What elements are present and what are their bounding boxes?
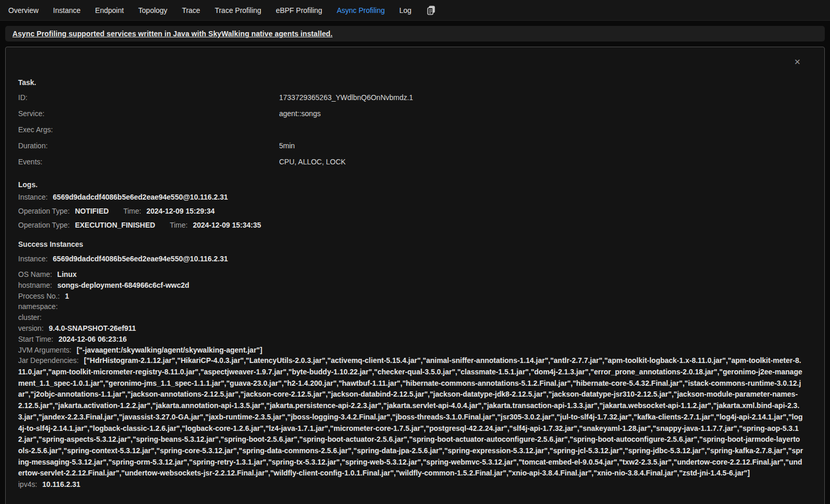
task-row-service: Service: agent::songs	[18, 108, 804, 119]
notice-bar: Async Profiling supported services writt…	[5, 26, 825, 41]
success-instance-label: Instance:	[18, 255, 48, 263]
attr-label: ipv4s:	[18, 480, 37, 488]
attr-process-no: Process No.:1	[18, 291, 804, 302]
task-row-duration: Duration: 5min	[18, 141, 804, 151]
top-navbar: Overview Instance Endpoint Topology Trac…	[0, 0, 830, 21]
attr-label: JVM Arguments:	[18, 346, 72, 354]
tab-endpoint[interactable]: Endpoint	[95, 6, 123, 15]
task-row-exec-args: Exec Args:	[18, 124, 804, 135]
logs-instance-line: Instance:6569d9dadcdf4086b5e6ed2eae94e55…	[18, 192, 804, 203]
task-row-id: ID: 1733729365263_YWdlbnQ6OnNvbmdz.1	[18, 92, 804, 103]
attr-label: Start Time:	[18, 335, 53, 343]
task-events-value: CPU, ALLOC, LOCK	[279, 157, 345, 167]
attr-version: version:9.4.0-SNAPSHOT-26ef911	[18, 323, 804, 334]
time-label: Time:	[123, 207, 141, 215]
operation-type-label: Operation Type:	[18, 207, 70, 215]
attr-jar-dependencies: Jar Dependencies:["HdrHistogram-2.1.12.j…	[18, 355, 804, 479]
task-duration-value: 5min	[279, 141, 295, 151]
task-detail-panel: × Task. ID: 1733729365263_YWdlbnQ6OnNvbm…	[5, 47, 825, 504]
success-instances-title: Success Instances	[18, 240, 804, 248]
attr-label: namespace:	[18, 302, 58, 311]
attr-label: hostname:	[18, 281, 52, 289]
attr-label: Jar Dependencies:	[18, 356, 79, 365]
task-service-value: agent::songs	[279, 108, 321, 119]
tab-trace-profiling[interactable]: Trace Profiling	[215, 6, 261, 15]
attr-value: 9.4.0-SNAPSHOT-26ef911	[49, 324, 136, 332]
attr-ipv4s: ipv4s:10.116.2.31	[18, 479, 804, 490]
task-duration-label: Duration:	[18, 141, 279, 151]
attr-jvm-arguments: JVM Arguments:["-javaagent:/skywalking/a…	[18, 345, 804, 356]
copy-icon[interactable]	[427, 6, 435, 15]
attr-value: ["-javaagent:/skywalking/agent/skywalkin…	[77, 346, 262, 354]
attr-os-name: OS Name:Linux	[18, 269, 804, 280]
logs-instance-value: 6569d9dadcdf4086b5e6ed2eae94e550@10.116.…	[53, 193, 228, 201]
task-service-label: Service:	[18, 108, 279, 119]
async-profiling-doc-link[interactable]: Async Profiling supported services writt…	[12, 30, 333, 38]
attr-namespace: namespace:	[18, 301, 804, 312]
attr-value: 2024-12-06 06:23:16	[59, 335, 127, 343]
attr-label: cluster:	[18, 313, 42, 321]
operation-type-label: Operation Type:	[18, 221, 70, 229]
attr-start-time: Start Time:2024-12-06 06:23:16	[18, 334, 804, 345]
success-instance-value: 6569d9dadcdf4086b5e6ed2eae94e550@10.116.…	[53, 255, 228, 263]
log-entry: Operation Type:NOTIFIEDTime:2024-12-09 1…	[18, 206, 804, 217]
tab-trace[interactable]: Trace	[182, 6, 200, 15]
attr-value: 1	[65, 292, 69, 300]
tab-ebpf-profiling[interactable]: eBPF Profiling	[276, 6, 322, 15]
attr-hostname: hostname:songs-deployment-684966c6cf-wwc…	[18, 280, 804, 291]
task-id-label: ID:	[18, 92, 279, 103]
tab-instance[interactable]: Instance	[53, 6, 80, 15]
logs-section-title: Logs.	[18, 180, 804, 189]
attr-value: 10.116.2.31	[43, 480, 80, 488]
task-row-events: Events: CPU, ALLOC, LOCK	[18, 157, 804, 167]
instance-attributes: OS Name:Linux hostname:songs-deployment-…	[18, 269, 804, 490]
tab-overview[interactable]: Overview	[8, 6, 38, 15]
time-value: 2024-12-09 15:29:34	[146, 207, 215, 215]
attr-value: songs-deployment-684966c6cf-wwc2d	[57, 281, 189, 289]
tab-topology[interactable]: Topology	[139, 6, 168, 15]
attr-value: Linux	[57, 270, 76, 278]
task-events-label: Events:	[18, 157, 279, 167]
logs-instance-label: Instance:	[18, 193, 48, 201]
tab-log[interactable]: Log	[399, 6, 411, 15]
success-instance-line: Instance:6569d9dadcdf4086b5e6ed2eae94e55…	[18, 254, 804, 264]
task-section-title: Task.	[18, 78, 804, 87]
tab-async-profiling[interactable]: Async Profiling	[337, 6, 385, 15]
close-icon[interactable]: ×	[794, 57, 800, 67]
time-label: Time:	[170, 221, 187, 229]
operation-type-value: EXECUTION_FINISHED	[75, 221, 155, 229]
attr-label: Process No.:	[18, 292, 60, 300]
time-value: 2024-12-09 15:34:35	[193, 221, 261, 229]
task-exec-args-label: Exec Args:	[18, 124, 279, 135]
log-entry: Operation Type:EXECUTION_FINISHEDTime:20…	[18, 220, 804, 231]
attr-label: version:	[18, 324, 44, 332]
attr-cluster: cluster:	[18, 312, 804, 323]
attr-value: ["HdrHistogram-2.1.12.jar","HikariCP-4.0…	[18, 356, 803, 477]
operation-type-value: NOTIFIED	[75, 207, 108, 215]
task-id-value: 1733729365263_YWdlbnQ6OnNvbmdz.1	[279, 92, 413, 103]
attr-label: OS Name:	[18, 270, 52, 278]
